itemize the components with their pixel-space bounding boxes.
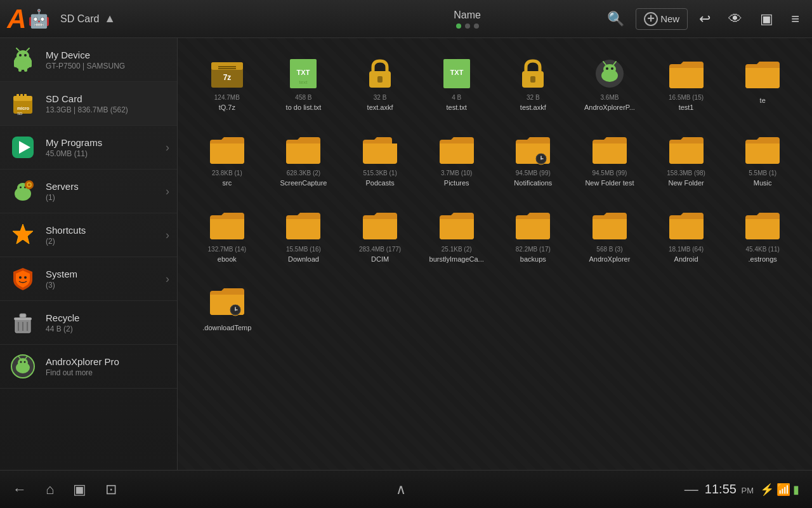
svg-point-40 — [18, 358, 28, 367]
file-item-pictures[interactable]: 3.7MB (10) Pictures — [420, 123, 494, 192]
androxplorer-pro-sub: Find out more — [46, 368, 169, 377]
my-programs-icon — [8, 132, 38, 163]
file-icon-todo: TXT text — [281, 53, 325, 94]
file-grid-area: 7z 124.7MB tQ.7z TXT text — [178, 38, 812, 470]
my-device-label: My Device — [46, 50, 169, 60]
file-label-test1: test1 — [679, 103, 694, 112]
file-icon-downloadtemp — [205, 280, 249, 321]
file-label-src: src — [222, 178, 232, 187]
svg-rect-14 — [24, 94, 27, 100]
sd-card-icon: micro SD — [8, 88, 38, 119]
androxplorer-pro-icon — [8, 351, 38, 382]
logo-letter: A — [7, 6, 26, 32]
file-item-test-axkf[interactable]: 32 B test.axkf — [497, 48, 570, 117]
system-arrow: › — [166, 272, 169, 286]
svg-rect-34 — [20, 314, 26, 318]
servers-sub: (1) — [46, 193, 166, 202]
file-label-pictures: Pictures — [444, 178, 469, 187]
file-item-text-axkf[interactable]: 32 B text.axkf — [343, 48, 417, 117]
sidebar-item-servers[interactable]: Servers (1) › — [0, 170, 177, 213]
file-item-te[interactable]: te — [726, 48, 799, 117]
file-item-notifications[interactable]: 94.5MB (99) Notifications — [497, 123, 570, 192]
status-icons: ⚡ 📶 ▮ — [760, 483, 799, 497]
svg-point-62 — [606, 67, 608, 70]
file-item-downloadtemp[interactable]: .downloadTemp — [190, 275, 264, 337]
new-button[interactable]: + New — [636, 8, 688, 30]
sidebar-item-androxplorer-pro[interactable]: AndroXplorer Pro Find out more — [0, 345, 177, 389]
androxplorer-pro-label: AndroXplorer Pro — [46, 356, 169, 367]
file-icon-androxplorerpro — [587, 53, 632, 94]
file-label-burstlyimageca: burstlyImageCa... — [429, 255, 484, 264]
sidebar-item-sd-card[interactable]: micro SD SD Card 13.3GB | 836.7MB (562) — [0, 82, 177, 126]
menu-button[interactable]: ≡ — [785, 7, 806, 31]
sidebar-item-my-programs[interactable]: My Programs 45.0MB (11) › — [0, 126, 177, 170]
sidebar-item-recycle[interactable]: Recycle 44 B (2) — [0, 301, 177, 345]
file-label-ebook: ebook — [218, 255, 237, 264]
file-label-new-folder-test: New Folder test — [585, 178, 634, 187]
search-button[interactable]: 🔍 — [601, 7, 631, 31]
shortcuts-info: Shortcuts (2) — [46, 225, 166, 246]
screenshot-button[interactable]: ⊡ — [105, 481, 117, 498]
file-label-new-folder: New Folder — [668, 178, 704, 187]
svg-point-3 — [24, 54, 27, 57]
history-button[interactable]: ↩ — [693, 7, 717, 31]
file-size-music: 5.5MB (1) — [749, 170, 776, 177]
file-icon-screencapture — [281, 128, 325, 170]
file-item-tQ7z[interactable]: 7z 124.7MB tQ.7z — [190, 48, 264, 117]
sidebar-item-shortcuts[interactable]: Shortcuts (2) › — [0, 213, 177, 257]
file-item-screencapture[interactable]: 628.3KB (2) ScreenCapture — [267, 123, 341, 192]
svg-rect-58 — [530, 76, 535, 83]
menu-icon: ≡ — [791, 11, 799, 27]
back-button[interactable]: ← — [13, 481, 27, 498]
up-button[interactable]: ∧ — [396, 481, 406, 498]
history-icon: ↩ — [699, 11, 710, 27]
file-label-notifications: Notifications — [514, 178, 552, 187]
recycle-info: Recycle 44 B (2) — [46, 312, 169, 333]
svg-point-41 — [20, 361, 22, 363]
home-button[interactable]: ⌂ — [46, 481, 54, 498]
svg-rect-7 — [29, 60, 32, 67]
file-size-new-folder: 158.3MB (98) — [667, 170, 705, 177]
servers-label: Servers — [46, 181, 166, 192]
file-size-ebook: 132.7MB (14) — [208, 246, 247, 253]
view-button[interactable]: 👁 — [722, 7, 749, 31]
file-item-test-txt[interactable]: TXT 4 B test.txt — [420, 48, 494, 117]
ampm: PM — [741, 486, 754, 495]
sidebar-item-system[interactable]: System (3) › — [0, 257, 177, 301]
file-item-todo[interactable]: TXT text 458 B to do list.txt — [267, 48, 341, 117]
file-item-androxplorerpro[interactable]: 3.6MB AndroXplorerP... — [573, 48, 646, 117]
file-item-music[interactable]: 5.5MB (1) Music — [726, 123, 799, 192]
dot-3 — [474, 23, 479, 29]
file-item-src[interactable]: 23.8KB (1) src — [190, 123, 264, 192]
status-area: — 11:55 PM ⚡ 📶 ▮ — [684, 481, 799, 498]
my-device-sub: GT-P7500 | SAMSUNG — [46, 62, 169, 70]
file-icon-test1 — [664, 53, 709, 94]
file-item-android[interactable]: 18.1MB (64) Android — [650, 199, 723, 269]
top-bar: A 🤖 SD Card ▲ Name 🔍 + New ↩ 👁 ▣ ≡ — [0, 0, 812, 38]
file-item-androxplorer[interactable]: 568 B (3) AndroXplorer — [573, 199, 646, 269]
file-label-text-axkf: text.axkf — [367, 103, 393, 112]
file-item-podcasts[interactable]: 515.3KB (1) Podcasts — [343, 123, 417, 192]
file-item-test1[interactable]: 16.5MB (15) test1 — [650, 48, 723, 117]
sidebar-item-my-device[interactable]: My Device GT-P7500 | SAMSUNG — [0, 38, 177, 82]
servers-info: Servers (1) — [46, 181, 166, 202]
file-item-estrongs[interactable]: 45.4KB (11) .estrongs — [726, 199, 799, 269]
my-device-info: My Device GT-P7500 | SAMSUNG — [46, 50, 169, 70]
file-item-new-folder[interactable]: 158.3MB (98) New Folder — [650, 123, 723, 192]
file-item-backups[interactable]: 82.2MB (17) backups — [497, 199, 570, 269]
file-size-test-axkf: 32 B — [527, 94, 540, 101]
file-item-ebook[interactable]: 132.7MB (14) ebook — [190, 199, 264, 269]
file-item-new-folder-test[interactable]: 94.5MB (99) New Folder test — [573, 123, 646, 192]
file-item-download[interactable]: 15.5MB (16) Download — [267, 199, 341, 269]
file-icon-podcasts — [358, 128, 402, 170]
recent-apps-button[interactable]: ▣ — [73, 481, 86, 498]
minimize-button[interactable]: — — [684, 481, 698, 498]
file-item-burstlyimageca[interactable]: 25.1KB (2) burstlyImageCa... — [420, 199, 494, 269]
file-icon-burstlyimageca — [435, 204, 479, 246]
top-center: Name — [334, 10, 601, 29]
file-item-dcim[interactable]: 283.4MB (177) DCIM — [343, 199, 417, 269]
system-label: System — [46, 269, 166, 279]
file-size-estrongs: 45.4KB (11) — [746, 246, 780, 253]
layout-button[interactable]: ▣ — [754, 7, 780, 31]
layout-icon: ▣ — [760, 11, 773, 27]
